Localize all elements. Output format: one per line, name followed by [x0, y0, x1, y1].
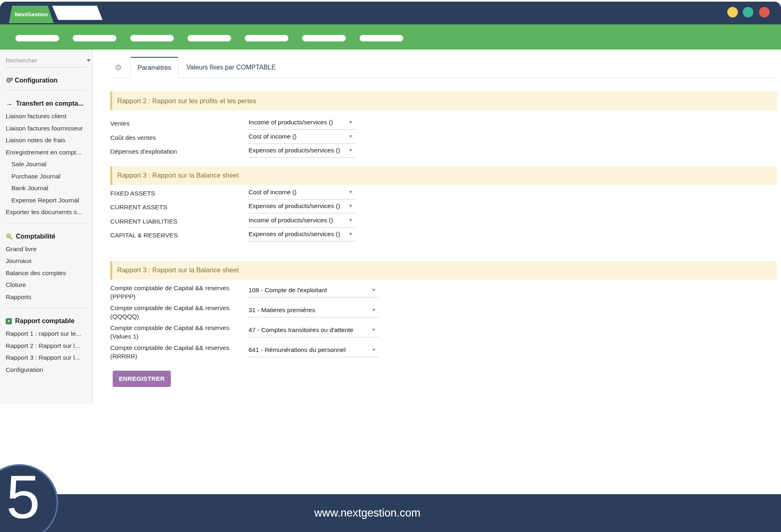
- field-label-compte-ppppp: Compte comptable de Capital && reserves …: [110, 283, 248, 301]
- close-window-button[interactable]: [759, 7, 770, 17]
- form-row: Compte comptable de Capital && reserves …: [110, 343, 777, 363]
- sidebar-item-balance-des-comptes[interactable]: Balance des comptes: [5, 267, 87, 279]
- sidebar-item-rapport-3[interactable]: Rapport 3 : Rapport sur l...: [5, 352, 87, 364]
- selected-value: 108 - Compte de l'exploitant: [249, 287, 327, 294]
- excel-file-icon: x: [6, 318, 12, 324]
- nav-pill-7[interactable]: [360, 35, 403, 41]
- selected-value: Expenses of products/services (): [249, 230, 340, 238]
- section-rows: Ventes Income of products/services () Co…: [110, 117, 777, 159]
- selected-value: 47 - Comptes transitoires ou d'attente: [249, 326, 353, 334]
- tab-parametres[interactable]: Paramètres: [131, 57, 178, 78]
- sidebar-group-transfert[interactable]: → Transfert en compta...: [6, 99, 87, 109]
- selected-value: Expenses of products/services (): [249, 202, 340, 210]
- maximize-window-button[interactable]: [743, 7, 753, 17]
- sidebar-item-cloture[interactable]: Cloture: [5, 279, 87, 291]
- sidebar-item-bank-journal[interactable]: Bank Journal: [5, 182, 87, 194]
- compte-rrrrr-select[interactable]: 641 - Rémunérations du personnel: [248, 345, 379, 357]
- sidebar-divider: [6, 308, 87, 308]
- footer-website-link[interactable]: www.nextgestion.com: [314, 507, 420, 519]
- form-row: CAPITAL & RESERVES Expenses of products/…: [110, 229, 777, 243]
- nav-pill-4[interactable]: [188, 35, 231, 41]
- sidebar-item-enregistrement[interactable]: Enregistrement en compt...: [5, 146, 87, 159]
- gears-icon: ⚙⚙: [6, 77, 11, 84]
- form-row: CURRENT LIABILITIES Income of products/s…: [110, 215, 777, 229]
- cout-des-ventes-select[interactable]: Cost of income (): [248, 131, 356, 144]
- chevron-down-icon: [349, 191, 352, 193]
- sidebar-item-journaux[interactable]: Journaux: [5, 255, 87, 267]
- search-input[interactable]: [6, 57, 87, 64]
- sidebar-search: [6, 57, 87, 67]
- section-rows: Compte comptable de Capital && reserves …: [110, 283, 777, 363]
- chevron-down-icon: [372, 329, 375, 331]
- section-header-rapport-3-balance: Rapport 3 : Rapport sur la Balance sheet: [110, 166, 777, 185]
- sidebar-group-label: Configuration: [15, 76, 57, 85]
- compte-ppppp-select[interactable]: 108 - Compte de l'exploitant: [248, 285, 379, 297]
- window-title-bar: [0, 2, 781, 24]
- sidebar-item-configuration[interactable]: Configuration: [5, 364, 87, 376]
- current-liabilities-select[interactable]: Income of products/services (): [248, 215, 356, 228]
- sidebar-item-sale-journal[interactable]: Sale Journal: [5, 158, 87, 170]
- sidebar-item-exporter-documents[interactable]: Exporter les documents s...: [5, 206, 87, 218]
- fixed-assets-select[interactable]: Cost of income (): [248, 187, 356, 200]
- depenses-exploitation-select[interactable]: Expenses of products/services (): [248, 145, 356, 158]
- sidebar-group-rapport-comptable[interactable]: x Rapport comptable: [6, 316, 87, 326]
- form-row: Dépenses d'exploitation Expenses of prod…: [110, 145, 777, 159]
- sidebar-item-purchase-journal[interactable]: Purchase Journal: [5, 170, 87, 182]
- capital-reserves-select[interactable]: Expenses of products/services (): [248, 229, 356, 241]
- sidebar-item-rapports[interactable]: Rapports: [5, 291, 87, 303]
- minimize-window-button[interactable]: [727, 7, 738, 17]
- form-row: Compte comptable de Capital && reserves …: [110, 283, 777, 303]
- section-header-rapport-3-comptes: Rapport 3 : Rapport sur la Balance sheet: [110, 261, 777, 280]
- sidebar-item-rapport-2[interactable]: Rapport 2 : Rapport sur l...: [5, 340, 87, 352]
- ventes-select[interactable]: Income of products/services (): [248, 117, 356, 130]
- sidebar-item-liaison-factures-fournisseur[interactable]: Liaison factures fournisseur: [5, 122, 87, 135]
- sidebar-item-expense-report-journal[interactable]: Expense Report Journal: [5, 194, 87, 206]
- chevron-down-icon: [372, 289, 375, 291]
- sidebar-group-label: Comptabilité: [16, 232, 55, 241]
- field-label-fixed-assets: FIXED ASSETS: [110, 187, 248, 198]
- nav-pill-3[interactable]: [130, 35, 174, 41]
- selected-value: Income of products/services (): [249, 119, 333, 126]
- brand-label: NextGestion: [15, 11, 48, 17]
- step-badge: 5: [0, 464, 58, 532]
- main-content: ⚙ Paramètres Valeurs fixes par COMPTABLE…: [93, 50, 781, 494]
- search-dropdown-caret-icon[interactable]: [87, 59, 91, 62]
- nav-pill-2[interactable]: [73, 35, 116, 41]
- selected-value: 641 - Rémunérations du personnel: [249, 346, 346, 354]
- nav-pill-1[interactable]: [15, 35, 59, 41]
- compte-values-1-select[interactable]: 47 - Comptes transitoires ou d'attente: [248, 325, 379, 337]
- save-button[interactable]: ENREGISTRER: [113, 371, 171, 387]
- form-row: Ventes Income of products/services (): [110, 117, 777, 131]
- sidebar-item-liaison-factures-client[interactable]: Liaison factures client: [5, 110, 87, 122]
- sidebar-item-grand-livre[interactable]: Grand livre: [5, 243, 87, 255]
- field-label-current-liabilities: CURRENT LIABILITIES: [110, 215, 248, 226]
- tabs-bar: ⚙ Paramètres Valeurs fixes par COMPTABLE: [110, 57, 777, 78]
- selected-value: Expenses of products/services (): [249, 147, 340, 154]
- sidebar-item-rapport-1[interactable]: Rapport 1 : rapport sur le...: [5, 328, 87, 340]
- nav-pill-6[interactable]: [302, 35, 346, 41]
- step-number: 5: [6, 462, 40, 532]
- secondary-tab-placeholder[interactable]: [52, 6, 103, 20]
- nav-pill-5[interactable]: [245, 35, 288, 41]
- sidebar-divider: [6, 90, 87, 91]
- tab-valeurs-fixes[interactable]: Valeurs fixes par COMPTABLE: [178, 57, 284, 78]
- brand-tab[interactable]: NextGestion: [9, 6, 54, 23]
- field-label-cout-des-ventes: Coût des ventes: [110, 131, 248, 142]
- field-label-depenses-exploitation: Dépenses d'exploitation: [110, 145, 248, 156]
- chevron-down-icon: [349, 135, 352, 138]
- selected-value: Income of products/services (): [249, 217, 333, 224]
- field-label-current-assets: CURRENT ASSETS: [110, 201, 248, 211]
- chevron-down-icon: [349, 121, 352, 124]
- current-assets-select[interactable]: Expenses of products/services (): [248, 201, 356, 213]
- sidebar-group-label: Transfert en compta...: [16, 99, 83, 109]
- settings-gear-button[interactable]: ⚙: [113, 57, 123, 78]
- selected-value: Cost of income (): [249, 189, 297, 196]
- compte-qqqqq-select[interactable]: 31 - Matieres premières: [248, 305, 379, 317]
- sidebar-item-liaison-notes-de-frais[interactable]: Liaison notes de frais: [5, 134, 87, 146]
- chevron-down-icon: [349, 219, 352, 221]
- sidebar-group-configuration[interactable]: ⚙⚙ Configuration: [6, 76, 87, 85]
- field-label-compte-values-1: Compte comptable de Capital && reserves …: [110, 323, 248, 341]
- sidebar-group-comptabilite[interactable]: $ Comptabilité: [6, 232, 87, 241]
- sidebar-group-label: Rapport comptable: [15, 316, 74, 326]
- sidebar: ⚙⚙ Configuration → Transfert en compta..…: [0, 50, 93, 404]
